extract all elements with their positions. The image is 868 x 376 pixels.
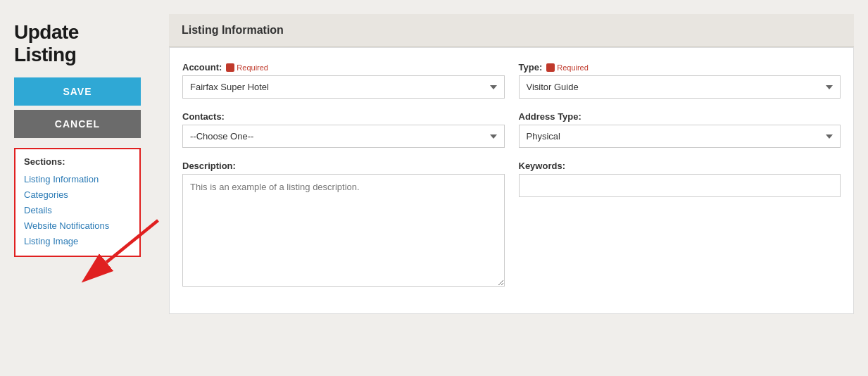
list-item[interactable]: Website Notifications xyxy=(24,219,131,232)
account-select[interactable]: Fairfax Super Hotel xyxy=(182,75,505,99)
form-area: Account: Required Fairfax Super Hotel Ty… xyxy=(169,47,854,314)
section-link-categories[interactable]: Categories xyxy=(24,189,68,200)
contacts-select[interactable]: --Choose One-- xyxy=(182,125,505,148)
account-label: Account: Required xyxy=(182,62,505,73)
section-link-listing-information[interactable]: Listing Information xyxy=(24,174,99,184)
type-required-badge: Required xyxy=(546,63,589,72)
form-row-contacts-address: Contacts: --Choose One-- Address Type: P… xyxy=(182,111,841,148)
left-panel: Update Listing SAVE CANCEL Sections: Lis… xyxy=(0,7,155,376)
list-item[interactable]: Listing Image xyxy=(24,234,131,247)
required-icon xyxy=(226,63,234,72)
keywords-label: Keywords: xyxy=(519,161,841,171)
sections-heading: Sections: xyxy=(24,156,131,167)
address-type-select[interactable]: Physical Mailing Both xyxy=(519,125,841,148)
save-button[interactable]: SAVE xyxy=(14,77,141,106)
sections-box: Sections: Listing Information Categories… xyxy=(14,148,141,257)
section-link-listing-image[interactable]: Listing Image xyxy=(24,236,78,246)
form-group-keywords: Keywords: xyxy=(519,161,841,287)
section-header: Listing Information xyxy=(169,14,854,47)
main-content: Listing Information Account: Required Fa… xyxy=(155,7,868,376)
form-group-contacts: Contacts: --Choose One-- xyxy=(182,111,505,148)
cancel-button[interactable]: CANCEL xyxy=(14,110,141,138)
type-select[interactable]: Visitor Guide xyxy=(519,75,841,99)
form-row-description-keywords: Description: Keywords: xyxy=(182,161,841,287)
type-label: Type: Required xyxy=(519,62,841,73)
description-label: Description: xyxy=(182,161,505,171)
contacts-label: Contacts: xyxy=(182,111,505,122)
form-row-account-type: Account: Required Fairfax Super Hotel Ty… xyxy=(182,62,841,99)
list-item[interactable]: Listing Information xyxy=(24,173,131,185)
page-title: Update Listing xyxy=(14,21,141,66)
form-group-type: Type: Required Visitor Guide xyxy=(519,62,841,99)
form-group-description: Description: xyxy=(182,161,505,287)
account-required-badge: Required xyxy=(226,63,268,72)
list-item[interactable]: Details xyxy=(24,203,131,216)
required-icon xyxy=(546,63,555,72)
keywords-input[interactable] xyxy=(519,174,841,197)
address-type-label: Address Type: xyxy=(519,111,841,122)
description-textarea[interactable] xyxy=(182,174,505,287)
section-link-details[interactable]: Details xyxy=(24,205,52,215)
section-link-website-notifications[interactable]: Website Notifications xyxy=(24,220,109,231)
sections-list: Listing Information Categories Details W… xyxy=(24,173,131,247)
list-item[interactable]: Categories xyxy=(24,188,131,201)
form-group-address-type: Address Type: Physical Mailing Both xyxy=(519,111,841,148)
form-group-account: Account: Required Fairfax Super Hotel xyxy=(182,62,505,99)
